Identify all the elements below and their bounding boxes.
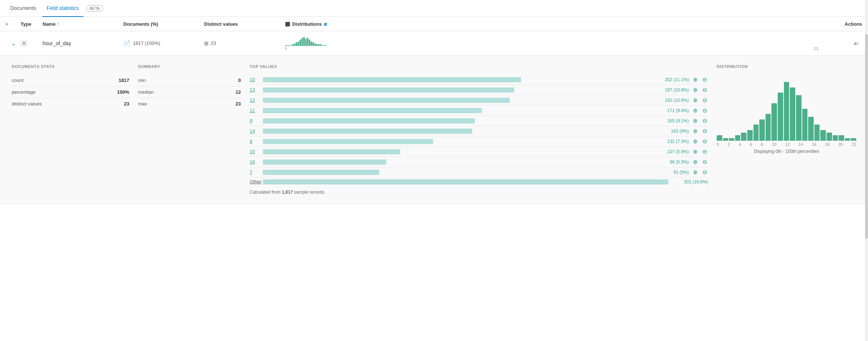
mini-bar [316, 44, 318, 46]
tv-filter-exclude-btn[interactable]: ⊖ [701, 97, 708, 104]
tv-bar-container [263, 159, 649, 165]
tv-filter-exclude-btn[interactable]: ⊖ [701, 138, 708, 145]
field-documents: 📄 1817 (100%) [123, 40, 204, 47]
stats-label: distinct values [12, 101, 42, 107]
field-name[interactable]: hour_of_day [43, 40, 123, 46]
tab-field-statistics[interactable]: Field statistics [42, 0, 83, 17]
summary-label: max [138, 101, 147, 107]
tv-count: 301 (16.6%) [671, 179, 708, 184]
doc-stats-table: count1817percentage100%distinct values23 [12, 75, 129, 110]
dist-x-label: 22 [852, 142, 856, 147]
tv-key[interactable]: 7 [250, 169, 260, 175]
tv-filter-exclude-btn[interactable]: ⊖ [701, 76, 708, 83]
top-val-row: 16 96 (5.3%) ⊕ ⊖ [250, 157, 708, 167]
tv-filter-exclude-btn[interactable]: ⊖ [701, 128, 708, 134]
row-expand-btn[interactable]: ⌄ [6, 40, 21, 47]
mini-bar [325, 45, 327, 46]
dist-x-label: 12 [785, 142, 790, 147]
summary-row: median12 [138, 86, 241, 98]
tv-key[interactable]: 13 [250, 87, 260, 93]
summary-value: 0 [238, 78, 241, 83]
scrollbar[interactable] [865, 0, 868, 204]
tv-bar [263, 118, 475, 123]
field-action-btn[interactable]: ☙ [818, 39, 862, 48]
tab-documents[interactable]: Documents [6, 0, 41, 17]
top-values-table: 10 202 (11.1%) ⊕ ⊖ 13 197 (10.8%) ⊕ ⊖ 12 [250, 75, 708, 186]
tv-filter-exclude-btn[interactable]: ⊖ [701, 158, 708, 165]
tv-filter-exclude-btn[interactable]: ⊖ [701, 117, 708, 124]
dist-bar [723, 138, 728, 141]
stats-value: 1817 [119, 78, 129, 83]
mini-bar [323, 45, 325, 46]
tv-key[interactable]: 14 [250, 128, 260, 134]
tv-filter-include-btn[interactable]: ⊕ [692, 158, 698, 165]
mini-bar [294, 43, 296, 46]
dist-bar [741, 133, 746, 141]
tv-filter-include-btn[interactable]: ⊕ [692, 138, 698, 145]
header-actions: Actions [818, 21, 862, 27]
tv-bar-container [263, 179, 668, 184]
tv-filter-exclude-btn[interactable]: ⊖ [701, 107, 708, 114]
tv-filter-include-btn[interactable]: ⊕ [692, 117, 698, 124]
tv-filter-include-btn[interactable]: ⊕ [692, 169, 698, 176]
tv-filter-include-btn[interactable]: ⊕ [692, 107, 698, 114]
tv-bar-container [263, 139, 649, 144]
mini-bar [289, 45, 290, 46]
tv-key[interactable]: 11 [250, 108, 260, 113]
tv-key[interactable]: 8 [250, 139, 260, 144]
mini-chart-min: 0 [285, 47, 287, 51]
mini-bar [296, 42, 297, 46]
tv-bar [263, 179, 668, 184]
tv-filter-exclude-btn[interactable]: ⊖ [701, 86, 708, 93]
dist-bar [814, 125, 820, 141]
dist-x-label: 6 [750, 142, 752, 147]
header-expand[interactable]: › [6, 21, 21, 27]
tv-key[interactable]: 16 [250, 159, 260, 165]
tv-filter-include-btn[interactable]: ⊕ [692, 128, 698, 134]
sort-asc-icon: ↑ [57, 21, 59, 26]
dist-x-label: 14 [799, 142, 803, 147]
dist-bar [796, 95, 802, 141]
doc-icon: 📄 [123, 40, 131, 47]
mini-bar [320, 44, 321, 46]
summary-value: 12 [236, 89, 241, 95]
header-documents: Documents (%) [123, 21, 204, 27]
dist-x-label: 20 [838, 142, 843, 147]
scrollbar-thumb[interactable] [865, 34, 868, 204]
tv-bar [263, 159, 386, 165]
field-mini-chart[interactable]: 0 23 [285, 36, 818, 51]
summary-table: min0median12max23 [138, 75, 241, 110]
tv-key[interactable]: 12 [250, 97, 260, 103]
tv-bar [263, 139, 433, 144]
dist-bar [790, 87, 795, 141]
mini-bar [301, 38, 303, 46]
expanded-detail: DOCUMENTS STATS count1817percentage100%d… [0, 55, 868, 204]
header-name[interactable]: Name ↑ [43, 21, 123, 27]
mini-bar [305, 39, 307, 46]
summary-row: max23 [138, 98, 241, 110]
mini-bar [303, 37, 305, 46]
tv-filter-exclude-btn[interactable]: ⊖ [701, 148, 708, 155]
tv-key[interactable]: 9 [250, 118, 260, 123]
tv-filter-include-btn[interactable]: ⊕ [692, 76, 698, 83]
tv-key[interactable]: 15 [250, 149, 260, 154]
tv-filter-exclude-btn[interactable]: ⊖ [701, 169, 708, 176]
tv-key[interactable]: 10 [250, 77, 260, 82]
tv-bar [263, 77, 521, 82]
tv-filter-include-btn[interactable]: ⊕ [692, 86, 698, 93]
mini-bar [292, 44, 294, 46]
tv-count: 165 (9.1%) [652, 118, 689, 123]
tv-filter-include-btn[interactable]: ⊕ [692, 148, 698, 155]
top-val-row: 13 197 (10.8%) ⊕ ⊖ [250, 85, 708, 95]
top-val-row: 14 163 (9%) ⊕ ⊖ [250, 126, 708, 136]
tv-filter-include-btn[interactable]: ⊕ [692, 97, 698, 104]
doc-stats-row: distinct values23 [12, 98, 129, 110]
dist-settings-icon[interactable]: ⌀ [324, 21, 327, 27]
tv-count: 91 (5%) [652, 170, 689, 175]
tv-bar [263, 87, 514, 93]
dist-x-label: 0 [717, 142, 719, 147]
dist-x-label: 16 [812, 142, 816, 147]
tv-key-other: Other [250, 179, 260, 184]
doc-stats-row: percentage100% [12, 86, 129, 98]
stats-value: 100% [117, 89, 129, 95]
